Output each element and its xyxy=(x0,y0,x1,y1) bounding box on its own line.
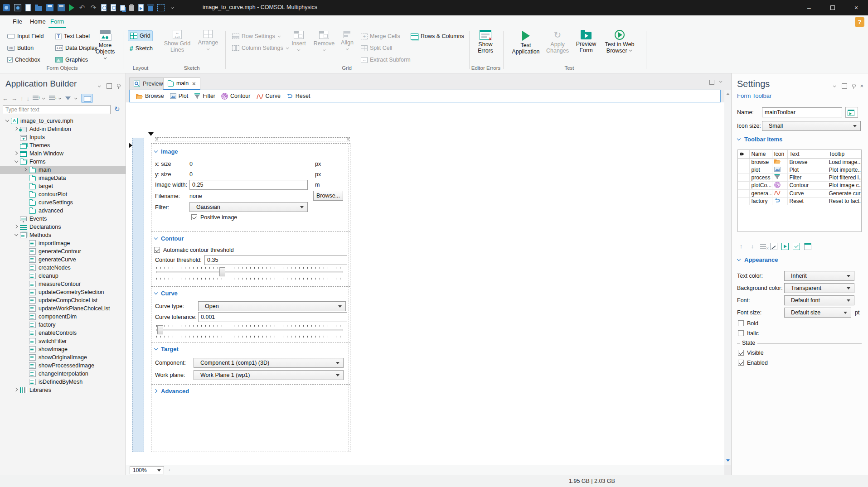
section-header-image[interactable]: Image xyxy=(154,148,178,155)
tree-item-themes[interactable]: Themes xyxy=(0,141,126,149)
chevron-down-icon[interactable] xyxy=(42,97,45,100)
forward-icon[interactable]: → xyxy=(11,95,17,102)
slider-thumb[interactable] xyxy=(219,267,225,276)
sketch-mode-button[interactable]: #Sketch xyxy=(128,43,155,54)
move-up-icon[interactable]: ↑ xyxy=(20,95,24,102)
tree-item-method[interactable]: changeInterpolation xyxy=(0,370,126,378)
contour-threshold-slider[interactable] xyxy=(156,271,343,273)
run-icon[interactable] xyxy=(69,4,74,11)
curve-type-select[interactable]: Open xyxy=(198,301,346,311)
panel-menu-chevron-icon[interactable] xyxy=(97,83,103,89)
tree-item-method[interactable]: componentDim xyxy=(0,313,126,321)
maximize-button[interactable] xyxy=(821,0,844,15)
expand-all-icon[interactable] xyxy=(33,96,39,101)
chevron-expanded-icon[interactable] xyxy=(5,118,11,124)
select-region-icon[interactable] xyxy=(157,4,165,11)
edit-item-icon[interactable] xyxy=(770,243,777,250)
split-cell-button[interactable]: Split Cell xyxy=(359,43,394,53)
input-field-button[interactable]: Input Field xyxy=(5,31,45,42)
add-toggle-item-icon[interactable] xyxy=(793,243,800,250)
section-header-curve[interactable]: Curve xyxy=(154,290,178,297)
section-header-contour[interactable]: Contour xyxy=(154,235,184,242)
new-file-icon[interactable] xyxy=(25,4,31,11)
scroll-up-icon[interactable] xyxy=(726,91,730,95)
move-down-icon[interactable]: ↓ xyxy=(27,95,30,102)
row-handle-strip[interactable] xyxy=(132,138,144,452)
tree-item-method[interactable]: updateWorkPlaneChoiceList xyxy=(0,304,126,313)
browse-toolbar-button[interactable]: Browse xyxy=(136,93,164,99)
chevron-expanded-icon[interactable] xyxy=(15,159,20,165)
tree-item-method[interactable]: enableControls xyxy=(0,329,126,337)
curve-tolerance-input[interactable] xyxy=(198,312,347,322)
contour-toolbar-button[interactable]: Contour xyxy=(221,93,250,100)
bold-checkbox[interactable] xyxy=(738,320,744,326)
form-canvas[interactable]: Image x: size 0 px y: size 0 px Image wi… xyxy=(126,102,724,465)
font-select[interactable]: Default font xyxy=(784,295,854,305)
tab-main[interactable]: main × xyxy=(163,77,200,90)
tree-item-declarations[interactable]: Declarations xyxy=(0,223,126,231)
panel-pin-icon[interactable] xyxy=(116,83,121,89)
test-application-button[interactable]: Test Application xyxy=(509,31,543,55)
arrange-button[interactable]: Arrange xyxy=(195,30,221,51)
open-file-icon[interactable] xyxy=(35,6,42,11)
contour-threshold-input[interactable] xyxy=(204,255,347,265)
tree-item-libraries[interactable]: Libraries xyxy=(0,386,126,394)
chevron-collapsed-icon[interactable] xyxy=(15,150,20,157)
toolbar-items-table[interactable]: Name Icon Text Tooltip browse BrowseLoad… xyxy=(737,149,862,232)
preview-all-icon[interactable] xyxy=(111,4,116,11)
tree-item-method[interactable]: isDefinedByMesh xyxy=(0,378,126,386)
save-as-icon[interactable] xyxy=(58,4,65,11)
text-label-button[interactable]: TText Label xyxy=(53,31,92,42)
tree-item-advanced[interactable]: advanced xyxy=(0,207,126,215)
tree-item-method[interactable]: updateCompChoiceList xyxy=(0,296,126,304)
customize-toolbar-chevron-icon[interactable] xyxy=(169,4,176,11)
plot-toolbar-button[interactable]: Plot xyxy=(170,93,189,99)
merge-cells-button[interactable]: Merge Cells xyxy=(359,31,402,42)
tree-item-contourplot[interactable]: contourPlot xyxy=(0,190,126,198)
show-settings-toggle-icon[interactable] xyxy=(81,94,93,103)
font-size-select[interactable]: Default size xyxy=(784,308,851,318)
panel-float-icon[interactable] xyxy=(842,83,847,89)
close-button[interactable]: × xyxy=(844,0,868,15)
undo-icon[interactable]: ↶ xyxy=(78,4,86,11)
background-color-select[interactable]: Transparent xyxy=(784,283,854,293)
save-icon[interactable] xyxy=(46,4,53,11)
panel-close-icon[interactable]: × xyxy=(860,83,863,89)
work-plane-select[interactable]: Work Plane 1 (wp1) xyxy=(194,370,344,380)
chevron-expanded-icon[interactable] xyxy=(15,232,20,238)
button-object-button[interactable]: OKButton xyxy=(5,43,35,53)
scroll-down-icon[interactable] xyxy=(726,459,730,463)
move-down-icon[interactable]: ↓ xyxy=(749,243,756,250)
enabled-checkbox[interactable] xyxy=(738,360,744,366)
back-icon[interactable]: ← xyxy=(2,95,8,102)
row-settings-button[interactable]: Row Settings xyxy=(230,31,283,42)
filter-select[interactable]: Gaussian xyxy=(189,202,308,212)
grid-mode-button[interactable]: Grid xyxy=(128,30,153,41)
icon-size-select[interactable]: Small xyxy=(762,121,861,131)
column-header-icon[interactable]: Icon xyxy=(772,150,787,158)
tree-item-method[interactable]: cleanup xyxy=(0,272,126,280)
component-select[interactable]: Component 1 (comp1) (3D) xyxy=(194,358,344,368)
section-header-appearance[interactable]: Appearance xyxy=(737,256,778,263)
tab-file[interactable]: File xyxy=(11,15,24,28)
more-objects-button[interactable]: More Objects xyxy=(91,30,120,60)
visible-checkbox[interactable] xyxy=(738,350,744,356)
table-row-generatecurve[interactable]: genera... CurveGenerate cur... xyxy=(738,189,861,197)
curve-toolbar-button[interactable]: Curve xyxy=(257,93,281,99)
refresh-icon[interactable]: ↻ xyxy=(114,105,120,113)
extract-subform-button[interactable]: Extract Subform xyxy=(359,54,412,65)
desktop-icon[interactable] xyxy=(14,4,21,11)
copy-icon[interactable] xyxy=(120,5,125,11)
delete-items-icon[interactable] xyxy=(760,244,766,250)
tree-item-method[interactable]: measureContour xyxy=(0,280,126,288)
delete-icon[interactable] xyxy=(148,6,153,11)
tree-item-method[interactable]: createNodes xyxy=(0,264,126,272)
preview-selected-icon[interactable] xyxy=(101,4,107,11)
table-row-browse[interactable]: browse BrowseLoad image... xyxy=(738,158,861,166)
tree-item-forms[interactable]: Forms xyxy=(0,158,126,166)
tree-item-curvesettings[interactable]: curveSettings xyxy=(0,198,126,207)
column-header-name[interactable]: Name xyxy=(749,150,772,158)
redo-icon[interactable]: ↷ xyxy=(90,4,97,11)
horizontal-scrollbar[interactable]: 100% ‹ xyxy=(126,465,724,475)
checkbox-object-button[interactable]: Checkbox xyxy=(5,54,42,65)
